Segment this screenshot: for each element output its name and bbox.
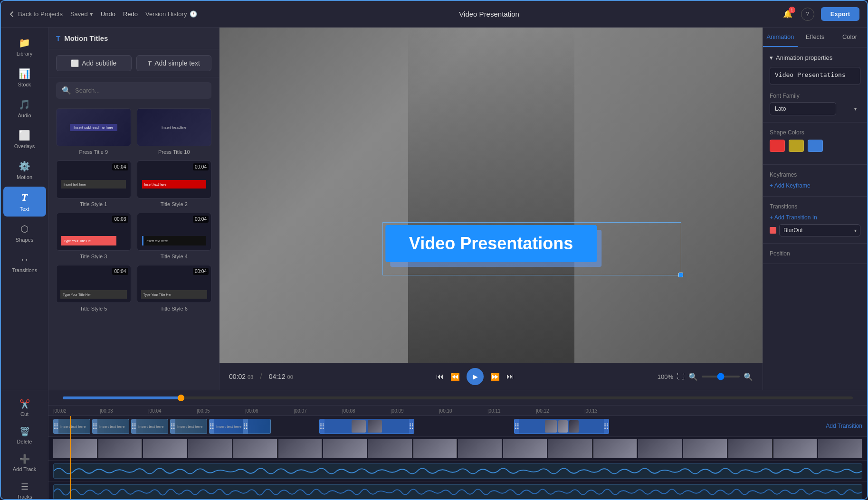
sidebar-label-text: Text bbox=[19, 206, 29, 212]
clip-handle-left-5[interactable]: ⠿ bbox=[210, 419, 214, 434]
tile-title-style-4[interactable]: 00:04 Insert text here Title Style 4 bbox=[137, 213, 212, 259]
ts2-bar: Insert text here bbox=[142, 180, 207, 189]
clip-handle-left-2[interactable]: ⠿ bbox=[93, 419, 97, 434]
sidebar-item-overlays[interactable]: ⬜ Overlays bbox=[3, 125, 46, 154]
title-clip-3[interactable]: ⠿ Insert text here bbox=[131, 419, 168, 434]
saved-button[interactable]: Saved ▾ bbox=[70, 10, 93, 18]
shape-colors-label: Shape Colors bbox=[770, 129, 860, 136]
title-clip-2[interactable]: ⠿ Insert text here bbox=[92, 419, 129, 434]
tile-title-style-6[interactable]: 00:04 Type Your Title Her Title Style 6 bbox=[137, 265, 212, 311]
blue-handle-left-2[interactable]: ⠿ bbox=[515, 419, 519, 434]
fast-forward-button[interactable]: ⏩ bbox=[490, 372, 500, 381]
delete-tool[interactable]: 🗑️ Delete bbox=[4, 423, 45, 448]
back-to-projects-button[interactable]: Back to Projects bbox=[9, 10, 63, 18]
delete-label: Delete bbox=[17, 439, 32, 444]
undo-button[interactable]: Undo bbox=[101, 10, 115, 18]
add-track-tool[interactable]: ➕ Add Track bbox=[4, 450, 45, 476]
sidebar-item-text[interactable]: T Text bbox=[3, 187, 46, 217]
fullscreen-button[interactable]: ⛶ bbox=[677, 372, 685, 381]
tile-title-style-3[interactable]: 00:03 Type Your Title He Title Style 3 bbox=[56, 213, 131, 259]
title-clips-track: ⠿ Insert text here ⠿ Insert text here ⠿ … bbox=[48, 416, 867, 437]
tile-press-title-10[interactable]: Insert headline Press Title 10 bbox=[137, 108, 212, 155]
color-swatch-yellow[interactable] bbox=[789, 140, 804, 152]
add-track-label: Add Track bbox=[13, 466, 37, 472]
rewind-button[interactable]: ⏪ bbox=[450, 372, 460, 381]
add-subtitle-button[interactable]: ⬜ Add subtitle bbox=[56, 55, 132, 71]
animation-properties-header[interactable]: ▾ Animation properties bbox=[770, 54, 860, 61]
clip-handle-left-1[interactable]: ⠿ bbox=[54, 419, 58, 434]
redo-button[interactable]: Redo bbox=[123, 10, 138, 18]
sidebar-item-library[interactable]: 📁 Library bbox=[3, 32, 46, 61]
tab-effects[interactable]: Effects bbox=[798, 28, 832, 47]
sidebar-item-transitions[interactable]: ↔️ Transitions bbox=[3, 249, 46, 278]
clip-text-3: Insert text here bbox=[136, 425, 165, 429]
notification-button[interactable]: 🔔 1 bbox=[781, 8, 794, 21]
ts6-text: Type Your Title Her bbox=[143, 293, 172, 296]
color-swatch-blue[interactable] bbox=[808, 140, 823, 152]
time-marker-6: |00:08 bbox=[342, 408, 355, 414]
vid-thumb-18 bbox=[818, 439, 862, 458]
version-history-button[interactable]: Version History 🕐 bbox=[145, 10, 197, 18]
audio-clip-1 bbox=[53, 463, 862, 479]
zoom-in-button[interactable]: 🔍 bbox=[744, 372, 753, 381]
font-family-select[interactable]: Lato Arial Helvetica bbox=[770, 102, 836, 115]
playhead[interactable] bbox=[70, 416, 71, 499]
clip-handle-right-5[interactable]: ⠿ bbox=[243, 419, 248, 434]
sidebar-item-shapes[interactable]: ⬡ Shapes bbox=[3, 218, 46, 247]
cut-icon: ✂️ bbox=[19, 399, 30, 409]
add-simple-text-button[interactable]: T Add simple text bbox=[136, 55, 212, 71]
title-clip-4[interactable]: ⠿ Insert text here bbox=[170, 419, 207, 434]
transitions-section: Transitions + Add Transition In BlurOut … bbox=[763, 197, 867, 244]
add-transition-label: Add Transition bbox=[826, 423, 862, 429]
tile-label-ts6: Title Style 6 bbox=[137, 306, 212, 311]
progress-bar-container[interactable] bbox=[63, 396, 853, 399]
add-track-icon: ➕ bbox=[19, 454, 30, 464]
tab-color[interactable]: Color bbox=[832, 28, 867, 47]
title-clip-5[interactable]: ⠿ Insert text here ⠿ bbox=[209, 419, 271, 434]
tile-press-title-9[interactable]: Insert subheadline here Press Title 9 bbox=[56, 108, 131, 155]
color-swatch-red[interactable] bbox=[770, 140, 785, 152]
animation-properties-label: Animation properties bbox=[776, 54, 832, 61]
sidebar-item-stock[interactable]: 📊 Stock bbox=[3, 63, 46, 92]
sidebar-item-audio[interactable]: 🎵 Audio bbox=[3, 94, 46, 123]
current-frame: 03 bbox=[248, 374, 253, 380]
search-input[interactable] bbox=[75, 87, 206, 94]
tile-thumb-press9: Insert subheadline here bbox=[56, 108, 131, 146]
blue-handle-right-1[interactable]: ⠿ bbox=[409, 419, 414, 434]
clip-text-4: Insert text here bbox=[175, 425, 204, 429]
blur-out-select[interactable]: BlurOut FadeOut SlideOut bbox=[779, 224, 860, 236]
skip-to-start-button[interactable]: ⏮ bbox=[436, 372, 444, 381]
tile-title-style-2[interactable]: 00:04 Insert text here Title Style 2 bbox=[137, 160, 212, 207]
clip-handle-left-4[interactable]: ⠿ bbox=[171, 419, 175, 434]
skip-to-end-button[interactable]: ⏭ bbox=[506, 372, 514, 381]
clip-handle-left-3[interactable]: ⠿ bbox=[132, 419, 136, 434]
time-marker-10: |00:12 bbox=[536, 408, 549, 414]
add-transition-button[interactable]: Add Transition bbox=[826, 423, 862, 429]
blue-handle-right-2[interactable]: ⠿ bbox=[604, 419, 609, 434]
help-button[interactable]: ? bbox=[801, 8, 814, 21]
tile-title-style-5[interactable]: 00:04 Type Your Title Her Title Style 5 bbox=[56, 265, 131, 311]
blue-clip-1[interactable]: ⠿ ⠿ bbox=[319, 419, 414, 434]
video-title-overlay[interactable]: Video Presentations bbox=[385, 225, 597, 262]
time-marker-11: |00:13 bbox=[584, 408, 598, 414]
blue-handle-left-1[interactable]: ⠿ bbox=[320, 419, 324, 434]
add-keyframe-button[interactable]: + Add Keyframe bbox=[770, 182, 811, 189]
play-button[interactable]: ▶ bbox=[467, 368, 484, 385]
motion-icon: ⚙️ bbox=[19, 160, 30, 172]
tab-animation[interactable]: Animation bbox=[763, 28, 798, 47]
cut-tool[interactable]: ✂️ Cut bbox=[4, 395, 45, 421]
tracks-tool[interactable]: ☰ Tracks bbox=[4, 478, 45, 500]
title-text-input[interactable]: Video Presentations bbox=[770, 67, 860, 85]
tile-content-ts3: Type Your Title He bbox=[57, 213, 131, 250]
zoom-slider[interactable] bbox=[702, 376, 740, 377]
tile-title-style-1[interactable]: 00:04 Insert text here Title Style 1 bbox=[56, 160, 131, 207]
zoom-out-button[interactable]: 🔍 bbox=[688, 372, 698, 381]
progress-handle[interactable] bbox=[178, 395, 184, 401]
sidebar-label-overlays: Overlays bbox=[14, 143, 35, 149]
title-clip-1[interactable]: ⠿ Insert text here bbox=[53, 419, 90, 434]
add-transition-in-button[interactable]: + Add Transition In bbox=[770, 214, 817, 221]
export-button[interactable]: Export bbox=[821, 7, 859, 21]
sidebar-item-motion[interactable]: ⚙️ Motion bbox=[3, 156, 46, 185]
person-silhouette bbox=[408, 28, 574, 363]
blue-clip-2[interactable]: ⠿ ⠿ bbox=[514, 419, 609, 434]
